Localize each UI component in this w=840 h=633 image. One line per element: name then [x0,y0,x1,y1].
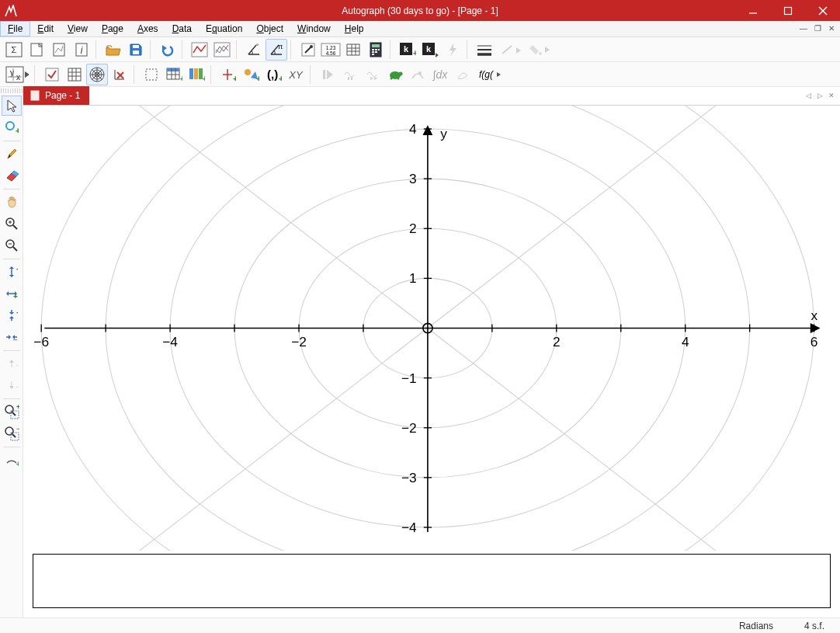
forward-wave-icon[interactable] [362,64,384,85]
menu-axes[interactable]: Axes [130,22,165,36]
open-icon[interactable] [102,39,124,61]
edit-tool-icon[interactable] [297,39,319,61]
turtle-icon[interactable] [384,64,406,85]
zoom-select-in-icon[interactable]: + [2,402,22,422]
tab-next-button[interactable]: ▷ [814,90,825,101]
zoom-select-out-icon[interactable]: − [2,423,22,443]
angle-icon[interactable]: ° [243,39,265,61]
multi-line-icon[interactable] [211,39,233,61]
delete-axes-icon[interactable] [109,64,130,85]
tick-icon[interactable] [41,64,63,85]
menu-object[interactable]: Object [249,22,290,36]
menu-page[interactable]: Page [95,22,130,36]
info-page-icon[interactable]: i [71,39,92,61]
svg-rect-79 [194,68,198,79]
arc-add-icon[interactable]: + [2,450,22,470]
tab-prev-button[interactable]: ◁ [803,90,814,101]
mdi-minimize-button[interactable]: — [797,23,810,34]
svg-text:+: + [16,308,18,317]
play-start-icon[interactable] [317,64,338,85]
svg-text:6: 6 [810,334,818,350]
svg-rect-55 [68,68,81,81]
svg-text:π: π [278,43,283,50]
number-format-icon[interactable]: 1.234.56 [320,39,342,61]
menu-equation[interactable]: Equation [199,22,249,36]
polar-grid-icon[interactable] [86,64,108,85]
svg-text:i: i [81,45,83,56]
line-thickness-icon[interactable] [474,39,495,61]
menu-window[interactable]: Window [290,22,338,36]
menu-view[interactable]: View [61,22,95,36]
shapes-add-icon[interactable]: + [240,64,262,85]
svg-marker-41 [450,43,456,56]
table-icon[interactable] [342,39,364,61]
save-icon[interactable] [125,39,147,61]
menu-help[interactable]: Help [338,22,371,36]
draw-line-icon[interactable] [496,39,524,61]
minimize-button[interactable] [735,0,770,21]
data-table-icon[interactable]: + [163,64,185,85]
status-angle-mode: Radians [739,621,773,631]
compress-vert-icon[interactable]: + [2,305,22,325]
pointer-tool-icon[interactable] [2,96,22,116]
pencil-tool-icon[interactable] [2,144,22,164]
curve-trace-icon[interactable] [407,64,429,85]
menu-file[interactable]: File [0,21,30,37]
svg-text:+: + [16,460,19,467]
columns-add-icon[interactable]: + [186,64,207,85]
line-style-icon[interactable] [189,39,210,61]
axes-add-icon[interactable]: + [217,64,239,85]
tab-close-button[interactable]: ✕ [826,90,837,101]
svg-text:∫dx: ∫dx [432,68,448,82]
grid-icon[interactable] [64,64,85,85]
new-graph-page-icon[interactable] [48,39,70,61]
svg-marker-130 [9,316,14,318]
new-page-icon[interactable] [26,39,47,61]
function-compose-icon[interactable]: f(g( [474,64,502,85]
toolbar-grip[interactable] [1,89,23,93]
svg-point-85 [245,69,251,75]
graph-canvas[interactable]: −6 −4 −2 2 4 6 4 3 2 1 −1 −2 −3 −4 x y [23,106,840,617]
svg-marker-12 [162,45,167,51]
svg-line-148 [12,434,16,437]
point-add-icon[interactable]: (,)+ [262,64,284,85]
close-button[interactable] [805,0,840,21]
calculator-icon[interactable] [365,39,387,61]
svg-text:+: + [203,75,205,82]
menu-bar: File Edit View Page Axes Data Equation O… [0,21,840,37]
stretch-down-icon[interactable]: + [2,375,22,395]
constant-k2-icon[interactable]: k [419,39,441,61]
mdi-close-button[interactable]: ✕ [825,23,838,34]
equation-entry-icon[interactable]: Σ [3,39,25,61]
polar-grid-plot[interactable]: −6 −4 −2 2 4 6 4 3 2 1 −1 −2 −3 −4 x y [33,106,831,551]
angle-radian-icon[interactable]: π [266,39,287,61]
zoom-in-icon[interactable] [2,214,22,234]
mdi-restore-button[interactable]: ❐ [811,23,824,34]
menu-data[interactable]: Data [165,22,199,36]
marquee-icon[interactable] [141,64,162,85]
svg-point-106 [6,122,14,130]
expand-horiz-icon[interactable]: + [2,283,22,304]
xy-data-icon[interactable]: XY [285,64,307,85]
svg-rect-11 [133,45,139,48]
svg-marker-120 [9,266,14,269]
expand-vert-icon[interactable]: + [2,262,22,282]
integral-icon[interactable]: ∫dx [429,64,451,85]
eraser-tool-icon[interactable] [2,165,22,186]
flash-icon[interactable] [442,39,463,61]
zoom-out-icon[interactable] [2,235,22,256]
point-tool-icon[interactable]: + [2,117,22,137]
pause-wave-icon[interactable] [339,64,361,85]
yx-mode-icon[interactable]: yx [3,64,31,85]
stretch-up-icon[interactable]: + [2,353,22,374]
maximize-button[interactable] [770,0,805,21]
undo-icon[interactable] [157,39,179,61]
compress-horiz-icon[interactable]: − [2,327,22,347]
results-panel[interactable] [33,554,831,608]
menu-edit[interactable]: Edit [30,22,61,36]
tab-page-1[interactable]: Page - 1 [23,86,89,105]
constant-k-icon[interactable]: k+ [397,39,418,61]
fill-icon[interactable] [525,39,553,61]
leaf-curve-icon[interactable] [452,64,474,85]
hand-pan-icon[interactable] [2,192,22,212]
